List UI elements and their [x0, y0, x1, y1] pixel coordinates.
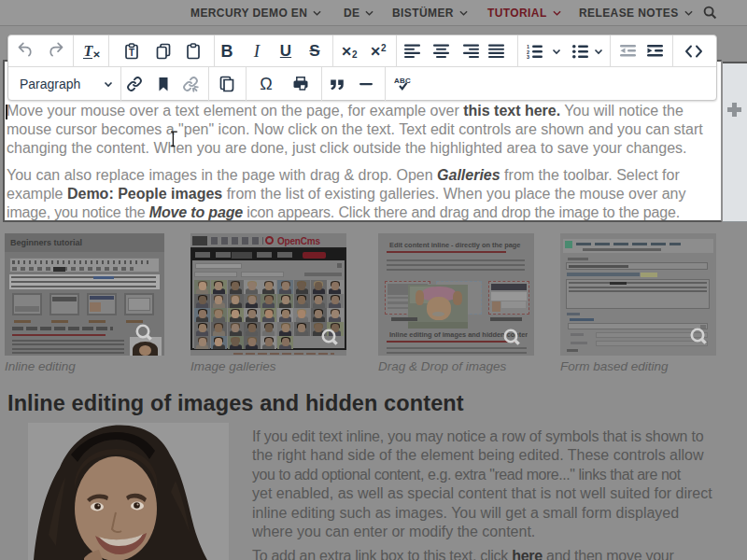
svg-text:ABC: ABC: [394, 77, 411, 85]
svg-text:3: 3: [527, 54, 529, 59]
svg-text:T: T: [129, 48, 134, 58]
